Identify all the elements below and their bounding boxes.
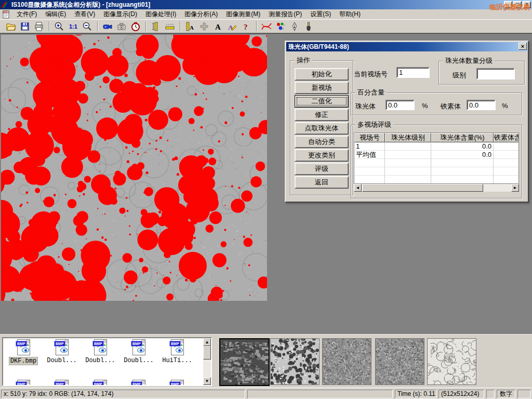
pearlite-dialog: 珠光体(GB/T9441-88) × 操作 初始化新视场二值化修正点取珠光体自动…	[285, 41, 529, 203]
print-icon[interactable]	[32, 20, 46, 32]
file-item[interactable]: BMP	[119, 380, 158, 386]
dialog-close-button[interactable]: ×	[518, 43, 527, 50]
help-icon[interactable]: ?	[240, 20, 253, 32]
table-cell	[385, 159, 431, 167]
toolbar-separator	[97, 21, 98, 31]
pick-pen-icon[interactable]	[288, 20, 301, 32]
menu-item-image-display[interactable]: 图像显示(D)	[99, 8, 141, 20]
file-item[interactable]: BMPDoubl...	[119, 339, 158, 365]
document-system-menu-icon[interactable]: DOC	[2, 10, 10, 19]
bmp-badge: BMP	[131, 381, 142, 386]
menu-item-image-analysis[interactable]: 图像分析(A)	[180, 8, 222, 20]
bmp-badge: BMP	[92, 381, 104, 386]
thumbnail-1[interactable]	[219, 338, 270, 386]
table-header-cell[interactable]: 珠光体含量(%)	[431, 133, 494, 142]
table-header-cell[interactable]: 铁素体含量(%)	[494, 133, 519, 142]
annotate-icon[interactable]: A	[225, 20, 239, 32]
h-scroll-thumb[interactable]	[362, 184, 483, 192]
eye-pupil	[24, 349, 27, 352]
table-header-cell[interactable]: 视场号	[354, 133, 385, 142]
menu-item-help[interactable]: 帮助(H)	[335, 8, 365, 20]
percent-group: 百分含量 珠光体 % 铁素体 %	[351, 92, 522, 115]
file-item[interactable]: BMP	[158, 380, 196, 386]
zoom-in-icon[interactable]	[52, 20, 66, 32]
minimize-button[interactable]: _	[504, 1, 512, 8]
v-scroll-thumb[interactable]	[203, 346, 211, 360]
menu-item-report[interactable]: 测量报告(P)	[264, 8, 306, 20]
scroll-down-button[interactable]: ▼	[203, 377, 211, 385]
eye-pupil	[101, 349, 104, 352]
micrograph-canvas[interactable]	[1, 35, 267, 301]
grading-table: 视场号珠光体级别珠光体含量(%)铁素体含量(%)10.0平均值0.0	[354, 132, 519, 184]
file-item[interactable]: BMPDKF.bmp	[4, 339, 43, 365]
brush-icon[interactable]	[302, 20, 315, 32]
thumbnail-2[interactable]	[270, 338, 320, 385]
empty-panel-3	[517, 390, 531, 398]
binarize-button[interactable]: 二值化	[295, 95, 349, 108]
menu-item-file[interactable]: 文件(F)	[12, 8, 41, 20]
table-cell	[385, 151, 431, 159]
file-item[interactable]: BMP	[43, 380, 81, 386]
table-row[interactable]: 10.0	[354, 142, 518, 151]
video-camera-icon[interactable]	[101, 20, 114, 32]
table-header-row: 视场号珠光体级别珠光体含量(%)铁素体含量(%)	[354, 133, 518, 142]
zoom-out-icon[interactable]	[81, 20, 94, 32]
thumbnail-5[interactable]	[427, 338, 476, 385]
table-cell	[494, 151, 519, 159]
menu-item-edit[interactable]: 编辑(E)	[41, 8, 70, 20]
text-icon[interactable]: A	[211, 20, 225, 32]
table-header-cell[interactable]: 珠光体级别	[385, 133, 431, 142]
actual-size-icon[interactable]: 1:1	[66, 20, 80, 32]
thumbnail-4[interactable]	[375, 338, 424, 385]
thumbnail-3[interactable]	[322, 338, 371, 385]
current-field-input[interactable]	[396, 67, 430, 78]
file-item[interactable]: BMP	[4, 380, 43, 386]
correct-button[interactable]: 修正	[295, 109, 349, 121]
init-button[interactable]: 初始化	[295, 68, 349, 81]
ruler-icon[interactable]	[163, 20, 177, 32]
classify-dots-icon[interactable]: 123	[274, 20, 287, 32]
scroll-up-button[interactable]: ▲	[203, 338, 211, 346]
grade-button[interactable]: 评级	[295, 163, 349, 175]
file-item[interactable]: BMPDoubl...	[81, 339, 119, 365]
open-file-icon[interactable]	[4, 20, 18, 32]
menu-item-settings[interactable]: 设置(S)	[306, 8, 335, 20]
table-h-scrollbar[interactable]: ◄ ►	[354, 184, 519, 192]
eye-glyph	[60, 348, 68, 353]
new-field-button[interactable]: 新视场	[295, 82, 349, 94]
table-row[interactable]: 平均值0.0	[354, 151, 518, 159]
file-item[interactable]: BMPHuiTi...	[158, 339, 196, 365]
grid-cross-icon[interactable]	[197, 20, 211, 32]
pick-pearlite-button[interactable]: 点取珠光体	[295, 122, 349, 135]
return-button[interactable]: 返回	[295, 176, 349, 189]
file-v-scrollbar[interactable]: ▲ ▼	[203, 338, 211, 385]
auto-classify-button[interactable]: 自动分类	[295, 136, 349, 148]
ferrite-percent-input[interactable]	[467, 100, 496, 110]
timer-icon[interactable]	[129, 20, 142, 32]
file-label: HuiTi...	[161, 357, 193, 364]
close-button[interactable]: ×	[523, 1, 531, 8]
scroll-right-button[interactable]: ►	[511, 184, 519, 192]
table-cell	[385, 167, 431, 176]
pearlite-percent-input[interactable]	[385, 100, 415, 110]
empty-panel-1	[247, 390, 393, 398]
menu-item-view[interactable]: 查看(V)	[70, 8, 99, 20]
file-item[interactable]: BMP	[81, 380, 119, 386]
toolbar-separator	[145, 21, 147, 31]
file-item[interactable]: BMPDoubl...	[43, 339, 81, 365]
table-cell	[431, 159, 494, 167]
measure-text-icon[interactable]: A	[183, 20, 197, 32]
caliper-icon[interactable]	[149, 20, 163, 32]
capture-icon[interactable]	[115, 20, 128, 32]
menu-item-image-processing[interactable]: 图像处理(I)	[141, 8, 180, 20]
change-class-button[interactable]: 更改类别	[295, 149, 349, 162]
scroll-left-button[interactable]: ◄	[354, 184, 362, 192]
save-icon[interactable]	[18, 20, 32, 32]
curve-tool-icon[interactable]	[260, 20, 273, 32]
menu-item-image-measure[interactable]: 图像测量(M)	[222, 8, 264, 20]
dialog-title-bar[interactable]: 珠光体(GB/T9441-88)	[286, 42, 527, 51]
eye-glyph	[22, 348, 29, 353]
maximize-button[interactable]: □	[513, 1, 522, 8]
table-cell	[494, 167, 519, 176]
grade-level-input[interactable]	[476, 68, 515, 79]
